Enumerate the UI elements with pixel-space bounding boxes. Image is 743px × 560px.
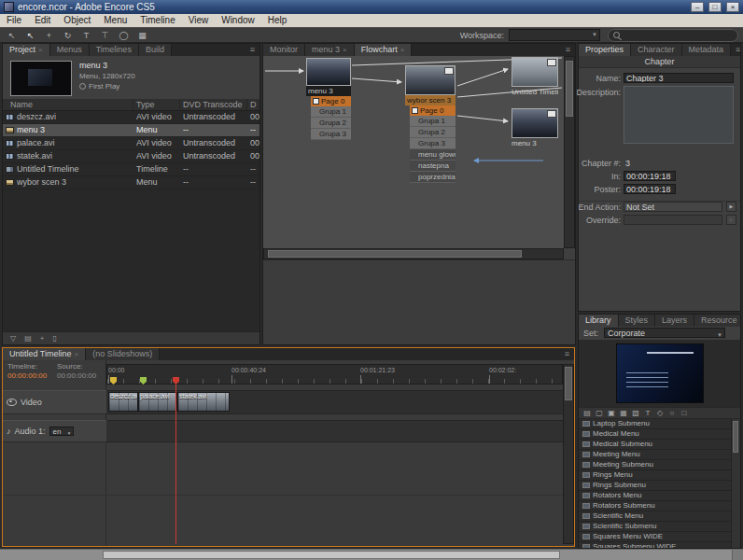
menu-window[interactable]: Window bbox=[215, 14, 261, 27]
shapes-filter-icon[interactable]: ◇ bbox=[655, 409, 665, 417]
search-input[interactable] bbox=[624, 30, 733, 41]
panel-menu-icon[interactable]: ≡ bbox=[560, 348, 574, 360]
video-track-header[interactable]: Video bbox=[3, 390, 106, 414]
list-item[interactable]: Rings Submenu bbox=[579, 481, 732, 491]
video-clip[interactable]: deszcz.avi bbox=[108, 392, 138, 412]
scrollbar-thumb[interactable] bbox=[103, 551, 560, 559]
audio-language-dropdown[interactable]: en ▼ bbox=[49, 427, 74, 436]
images-filter-icon[interactable]: ▣ bbox=[607, 409, 616, 417]
pick-whip-arrow-icon[interactable]: ▶ bbox=[726, 202, 736, 212]
flowchart-node-menu3-instance[interactable]: menu 3 bbox=[512, 108, 558, 147]
list-item[interactable]: Meeting Menu bbox=[579, 450, 732, 460]
audio-track-header[interactable]: ♪ Audio 1: en ▼ bbox=[3, 420, 106, 442]
node-button[interactable]: Grupa 3 bbox=[311, 129, 351, 140]
poster-timecode-field[interactable]: 00:00:19:18 bbox=[624, 184, 676, 194]
new-item-icon[interactable]: + bbox=[40, 334, 45, 343]
timeline-vscrollbar[interactable] bbox=[563, 364, 574, 544]
source-timecode[interactable]: 00:00:00:00 bbox=[57, 371, 96, 380]
search-box[interactable] bbox=[608, 29, 738, 42]
node-link[interactable]: nastepna bbox=[410, 161, 456, 172]
table-row[interactable]: Untitled TimelineTimeline---- bbox=[3, 163, 259, 176]
minimize-button[interactable]: – bbox=[691, 2, 704, 12]
list-item[interactable]: Medical Submenu bbox=[579, 440, 732, 450]
set-dropdown[interactable]: Cor­porate ▼ bbox=[604, 328, 725, 338]
list-item[interactable]: Scientific Submenu bbox=[579, 522, 732, 532]
scrollbar-thumb[interactable] bbox=[268, 250, 522, 258]
list-item[interactable]: Medical Menu bbox=[579, 429, 732, 440]
buttons-filter-icon[interactable]: ▢ bbox=[595, 409, 604, 417]
timeline-thumbnail[interactable] bbox=[512, 57, 558, 87]
close-icon[interactable]: × bbox=[400, 44, 405, 56]
new-folder-icon[interactable]: ▤ bbox=[24, 334, 32, 343]
scrollbar-thumb[interactable] bbox=[566, 61, 573, 117]
delete-icon[interactable]: ▯ bbox=[52, 334, 56, 343]
tab-monitor[interactable]: Monitor bbox=[263, 44, 305, 56]
menu-help[interactable]: Help bbox=[261, 14, 294, 27]
close-icon[interactable]: × bbox=[75, 348, 79, 360]
close-button[interactable]: × bbox=[726, 2, 739, 12]
title-bar[interactable]: encore.ncor - Adobe Encore CS5 – □ × bbox=[0, 0, 743, 14]
layer-sets-filter-icon[interactable]: ▧ bbox=[631, 409, 640, 417]
text-filter-icon[interactable]: T bbox=[643, 409, 652, 417]
video-clip[interactable]: statek.avi bbox=[177, 392, 230, 412]
tab-styles[interactable]: Styles bbox=[619, 315, 656, 327]
backgrounds-filter-icon[interactable]: ▦ bbox=[619, 409, 628, 417]
menus-filter-icon[interactable]: ▤ bbox=[582, 409, 592, 417]
list-item[interactable]: Rotators Menu bbox=[579, 491, 732, 501]
app-hscrollbar[interactable] bbox=[0, 549, 743, 560]
node-button[interactable]: Grupa 1 bbox=[311, 106, 351, 118]
list-item[interactable]: Rings Menu bbox=[579, 470, 732, 481]
tab-properties[interactable]: Properties bbox=[579, 44, 631, 56]
flowchart-hscrollbar[interactable] bbox=[263, 248, 564, 259]
scrollbar-thumb[interactable] bbox=[733, 421, 738, 453]
table-row[interactable]: deszcz.aviAVI videoUntranscoded00: bbox=[3, 111, 259, 124]
video-clip[interactable]: palace.avi bbox=[138, 392, 177, 412]
description-field[interactable] bbox=[624, 86, 734, 144]
column-transcode-status[interactable]: DVD Transcode St bbox=[180, 99, 247, 110]
menu-timeline[interactable]: Timeline bbox=[133, 14, 181, 27]
menu-menu[interactable]: Menu bbox=[97, 14, 133, 27]
node-link[interactable]: poprzednia bbox=[410, 172, 456, 183]
node-button[interactable]: Grupa 2 bbox=[410, 127, 456, 138]
resize-grip[interactable] bbox=[732, 550, 743, 560]
direct-select-tool[interactable]: ↖ bbox=[25, 31, 35, 40]
node-link[interactable]: menu glowne bbox=[410, 149, 456, 161]
list-item[interactable]: Rotators Submenu bbox=[579, 501, 732, 511]
menu-thumbnail[interactable] bbox=[405, 65, 456, 95]
in-timecode-field[interactable]: 00:00:19:18 bbox=[624, 171, 676, 181]
replacement-filter-icon[interactable]: ○ bbox=[667, 409, 677, 417]
menu-object[interactable]: Object bbox=[57, 14, 97, 27]
flowchart-node-wybor[interactable]: wybor scen 3 Page 0 Grupa 1Grupa 2Grupa … bbox=[405, 65, 456, 183]
workspace-dropdown[interactable]: ▼ bbox=[509, 29, 600, 41]
end-action-dropdown[interactable]: Not Set bbox=[624, 202, 722, 212]
timeline-timecode[interactable]: 00:00:00:00 bbox=[7, 371, 47, 380]
tab-layers[interactable]: Layers bbox=[655, 315, 694, 327]
override-dropdown[interactable] bbox=[624, 215, 722, 225]
list-item[interactable]: Laptop Submenu bbox=[579, 419, 732, 429]
panel-menu-icon[interactable]: ≡ bbox=[731, 44, 740, 56]
filter-icon[interactable]: ▽ bbox=[10, 334, 16, 343]
table-row[interactable]: statek.aviAVI videoUntranscoded00: bbox=[3, 150, 259, 163]
tab-build[interactable]: Build bbox=[139, 44, 172, 56]
flowchart-canvas[interactable]: menu 3 Page 0 Grupa 1Grupa 2Grupa 3 wybo… bbox=[263, 56, 564, 248]
column-type[interactable]: Type bbox=[133, 99, 180, 110]
node-button[interactable]: Grupa 3 bbox=[410, 138, 456, 149]
table-row[interactable]: wybor scen 3Menu---- bbox=[3, 176, 259, 189]
tab-character[interactable]: Character bbox=[631, 44, 682, 56]
library-vscrollbar[interactable] bbox=[731, 419, 740, 548]
tab-menu3[interactable]: menu 3 × bbox=[305, 44, 355, 56]
menu-thumbnail[interactable] bbox=[512, 108, 558, 138]
tab-timelines[interactable]: Timelines bbox=[90, 44, 139, 56]
menu-edit[interactable]: Edit bbox=[28, 14, 57, 27]
tab-metadata[interactable]: Metadata bbox=[682, 44, 732, 56]
table-row[interactable]: palace.aviAVI videoUntranscoded00: bbox=[3, 137, 259, 150]
list-item[interactable]: Scientific Menu bbox=[579, 511, 732, 522]
move-tool[interactable]: + bbox=[44, 31, 54, 40]
place-icon[interactable]: □ bbox=[680, 409, 689, 417]
preview-tool[interactable]: ▦ bbox=[137, 31, 147, 40]
flowchart-node-untitled-timeline[interactable]: Untitled Timeli bbox=[512, 57, 558, 96]
selection-tool[interactable]: ↖ bbox=[7, 31, 17, 40]
list-item[interactable]: Squares Submenu WIDE bbox=[579, 542, 732, 548]
menu-file[interactable]: File bbox=[0, 14, 28, 27]
node-button[interactable]: Grupa 2 bbox=[311, 118, 351, 129]
